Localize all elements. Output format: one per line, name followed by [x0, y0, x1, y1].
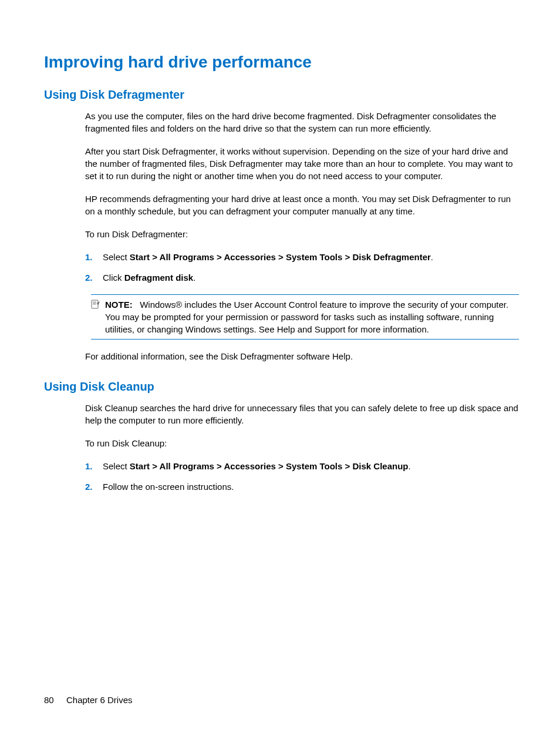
list-number: 1.: [85, 460, 103, 472]
note-icon-wrap: [91, 298, 105, 335]
page-content: Improving hard drive performance Using D…: [0, 0, 560, 493]
list-item: 1. Select Start > All Programs > Accesso…: [85, 251, 519, 263]
ordered-list: 1. Select Start > All Programs > Accesso…: [85, 251, 519, 284]
paragraph: To run Disk Defragmenter:: [85, 228, 519, 240]
note-content: NOTE: Windows® includes the User Account…: [105, 298, 519, 335]
page-title: Improving hard drive performance: [44, 53, 519, 72]
note-box: NOTE: Windows® includes the User Account…: [91, 294, 519, 340]
section-disk-cleanup: Using Disk Cleanup Disk Cleanup searches…: [44, 380, 519, 493]
list-text-prefix: Select: [103, 252, 130, 262]
list-text-bold: Start > All Programs > Accessories > Sys…: [130, 461, 409, 471]
list-content: Click Defragment disk.: [103, 271, 519, 284]
note-text: Windows® includes the User Account Contr…: [105, 300, 508, 334]
section-heading: Using Disk Defragmenter: [44, 88, 519, 102]
list-number: 2.: [85, 271, 103, 284]
paragraph: For additional information, see the Disk…: [85, 350, 519, 362]
list-text-suffix: .: [193, 273, 195, 283]
list-content: Select Start > All Programs > Accessorie…: [103, 460, 519, 472]
list-number: 2.: [85, 480, 103, 493]
list-content: Follow the on-screen instructions.: [103, 480, 519, 493]
list-content: Select Start > All Programs > Accessorie…: [103, 251, 519, 263]
list-item: 1. Select Start > All Programs > Accesso…: [85, 460, 519, 472]
paragraph: As you use the computer, files on the ha…: [85, 110, 519, 135]
paragraph: After you start Disk Defragmenter, it wo…: [85, 145, 519, 182]
list-text-prefix: Follow the on-screen instructions.: [103, 482, 234, 492]
list-text-suffix: .: [431, 252, 433, 262]
list-text-bold: Start > All Programs > Accessories > Sys…: [130, 252, 431, 262]
list-text-prefix: Click: [103, 273, 124, 283]
chapter-label: Chapter 6 Drives: [66, 695, 133, 705]
list-text-prefix: Select: [103, 461, 130, 471]
note-icon: [91, 300, 100, 309]
page-number: 80: [44, 695, 56, 705]
section-disk-defragmenter: Using Disk Defragmenter As you use the c…: [44, 88, 519, 362]
paragraph: Disk Cleanup searches the hard drive for…: [85, 402, 519, 426]
list-number: 1.: [85, 251, 103, 263]
list-text-bold: Defragment disk: [124, 273, 194, 283]
page-footer: 80 Chapter 6 Drives: [44, 695, 133, 705]
ordered-list: 1. Select Start > All Programs > Accesso…: [85, 460, 519, 493]
note-label: NOTE:: [105, 300, 133, 310]
paragraph: To run Disk Cleanup:: [85, 437, 519, 449]
paragraph: HP recommends defragmenting your hard dr…: [85, 193, 519, 217]
list-item: 2. Click Defragment disk.: [85, 271, 519, 284]
list-item: 2. Follow the on-screen instructions.: [85, 480, 519, 493]
list-text-suffix: .: [409, 461, 411, 471]
section-heading: Using Disk Cleanup: [44, 380, 519, 394]
